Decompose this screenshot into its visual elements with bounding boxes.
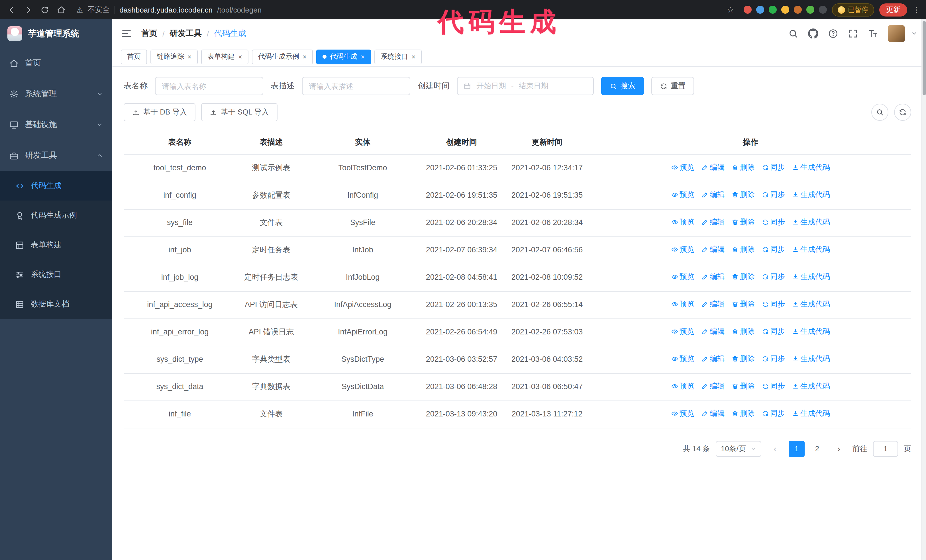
action-preview-link[interactable]: 预览 xyxy=(671,353,694,365)
action-preview-link[interactable]: 预览 xyxy=(671,271,694,282)
next-page-button[interactable]: › xyxy=(831,441,847,457)
sidebar-item-infra[interactable]: 基础设施 xyxy=(0,109,112,140)
action-edit-link[interactable]: 编辑 xyxy=(701,189,725,201)
bookmark-star-icon[interactable]: ☆ xyxy=(727,5,734,14)
font-size-icon[interactable] xyxy=(868,28,878,38)
back-icon[interactable] xyxy=(6,4,17,15)
github-icon[interactable] xyxy=(808,28,818,38)
action-sync-link[interactable]: 同步 xyxy=(762,216,785,228)
sidebar-item-home[interactable]: 首页 xyxy=(0,48,112,78)
tab-codegen-demo[interactable]: 代码生成示例× xyxy=(252,49,313,64)
extension-icon[interactable] xyxy=(781,6,789,14)
close-icon[interactable]: × xyxy=(188,53,191,60)
sidebar-item-api[interactable]: 系统接口 xyxy=(0,260,112,290)
update-button[interactable]: 更新 xyxy=(879,3,907,16)
action-delete-link[interactable]: 删除 xyxy=(731,353,755,365)
close-icon[interactable]: × xyxy=(361,53,365,60)
address-bar[interactable]: ⚠ 不安全 dashboard.yudao.iocoder.cn/tool/co… xyxy=(72,2,738,17)
refresh-button[interactable] xyxy=(894,104,911,121)
sidebar-item-codegen-demo[interactable]: 代码生成示例 xyxy=(0,201,112,230)
scrollbar[interactable] xyxy=(921,20,926,560)
extension-icon[interactable] xyxy=(819,6,827,14)
action-delete-link[interactable]: 删除 xyxy=(731,216,755,228)
action-delete-link[interactable]: 删除 xyxy=(731,326,755,337)
sidebar-item-system[interactable]: 系统管理 xyxy=(0,78,112,109)
help-icon[interactable] xyxy=(828,28,838,38)
extension-icon[interactable] xyxy=(769,6,777,14)
action-generate-code-link[interactable]: 生成代码 xyxy=(792,216,830,228)
fullscreen-icon[interactable] xyxy=(848,28,858,38)
tab-codegen[interactable]: 代码生成× xyxy=(316,49,371,64)
reload-icon[interactable] xyxy=(39,4,50,15)
action-edit-link[interactable]: 编辑 xyxy=(701,299,725,310)
forward-icon[interactable] xyxy=(22,4,33,15)
action-generate-code-link[interactable]: 生成代码 xyxy=(792,326,830,337)
action-edit-link[interactable]: 编辑 xyxy=(701,216,725,228)
extension-icon[interactable] xyxy=(744,6,752,14)
action-edit-link[interactable]: 编辑 xyxy=(701,162,725,173)
sidebar-item-form-builder[interactable]: 表单构建 xyxy=(0,230,112,260)
close-icon[interactable]: × xyxy=(412,53,415,60)
import-db-button[interactable]: 基于 DB 导入 xyxy=(124,103,196,121)
sidebar-item-devtools[interactable]: 研发工具 xyxy=(0,140,112,171)
breadcrumb-item[interactable]: 研发工具 xyxy=(170,28,202,38)
action-generate-code-link[interactable]: 生成代码 xyxy=(792,162,830,173)
chevron-down-icon[interactable] xyxy=(911,30,917,36)
action-sync-link[interactable]: 同步 xyxy=(762,408,785,419)
tab-form-builder[interactable]: 表单构建× xyxy=(201,49,248,64)
action-generate-code-link[interactable]: 生成代码 xyxy=(792,189,830,201)
browser-menu-icon[interactable]: ⋮ xyxy=(912,5,920,14)
user-avatar[interactable] xyxy=(888,25,905,42)
action-delete-link[interactable]: 删除 xyxy=(731,271,755,282)
reset-button[interactable]: 重置 xyxy=(651,77,694,95)
page-button-2[interactable]: 2 xyxy=(809,441,825,457)
action-sync-link[interactable]: 同步 xyxy=(762,299,785,310)
tab-home[interactable]: 首页 xyxy=(121,49,147,64)
action-generate-code-link[interactable]: 生成代码 xyxy=(792,244,830,255)
extension-icon[interactable] xyxy=(794,6,802,14)
goto-page-input[interactable] xyxy=(873,441,898,457)
prev-page-button[interactable]: ‹ xyxy=(767,441,783,457)
tab-api[interactable]: 系统接口× xyxy=(374,49,422,64)
sidebar-item-db-doc[interactable]: 数据库文档 xyxy=(0,290,112,319)
action-delete-link[interactable]: 删除 xyxy=(731,244,755,255)
action-delete-link[interactable]: 删除 xyxy=(731,408,755,419)
date-range-picker[interactable]: 开始日期 - 结束日期 xyxy=(457,77,594,95)
table-name-input[interactable] xyxy=(155,77,263,95)
search-icon[interactable] xyxy=(788,28,798,38)
action-sync-link[interactable]: 同步 xyxy=(762,189,785,201)
page-size-select[interactable]: 10条/页 xyxy=(716,441,761,457)
tab-tracer[interactable]: 链路追踪× xyxy=(150,49,198,64)
app-logo[interactable]: 芋道管理系统 xyxy=(0,20,112,48)
action-sync-link[interactable]: 同步 xyxy=(762,380,785,392)
action-preview-link[interactable]: 预览 xyxy=(671,216,694,228)
action-generate-code-link[interactable]: 生成代码 xyxy=(792,353,830,365)
action-sync-link[interactable]: 同步 xyxy=(762,353,785,365)
sidebar-item-codegen[interactable]: 代码生成 xyxy=(0,171,112,201)
action-edit-link[interactable]: 编辑 xyxy=(701,326,725,337)
action-delete-link[interactable]: 删除 xyxy=(731,380,755,392)
extension-icon[interactable] xyxy=(756,6,764,14)
breadcrumb-item[interactable]: 首页 xyxy=(141,28,157,38)
action-generate-code-link[interactable]: 生成代码 xyxy=(792,271,830,282)
search-button[interactable]: 搜索 xyxy=(601,77,644,95)
import-sql-button[interactable]: 基于 SQL 导入 xyxy=(201,103,278,121)
action-preview-link[interactable]: 预览 xyxy=(671,162,694,173)
date-end-placeholder[interactable]: 结束日期 xyxy=(519,81,548,91)
action-sync-link[interactable]: 同步 xyxy=(762,326,785,337)
action-preview-link[interactable]: 预览 xyxy=(671,380,694,392)
action-preview-link[interactable]: 预览 xyxy=(671,299,694,310)
table-desc-input[interactable] xyxy=(302,77,410,95)
action-edit-link[interactable]: 编辑 xyxy=(701,380,725,392)
action-edit-link[interactable]: 编辑 xyxy=(701,353,725,365)
hamburger-icon[interactable] xyxy=(121,28,132,39)
action-generate-code-link[interactable]: 生成代码 xyxy=(792,380,830,392)
search-toggle-button[interactable] xyxy=(871,104,888,121)
action-sync-link[interactable]: 同步 xyxy=(762,244,785,255)
action-edit-link[interactable]: 编辑 xyxy=(701,408,725,419)
page-button-1[interactable]: 1 xyxy=(789,441,805,457)
action-sync-link[interactable]: 同步 xyxy=(762,271,785,282)
paused-badge[interactable]: 已暂停 xyxy=(832,3,874,16)
close-icon[interactable]: × xyxy=(238,53,242,60)
action-delete-link[interactable]: 删除 xyxy=(731,189,755,201)
